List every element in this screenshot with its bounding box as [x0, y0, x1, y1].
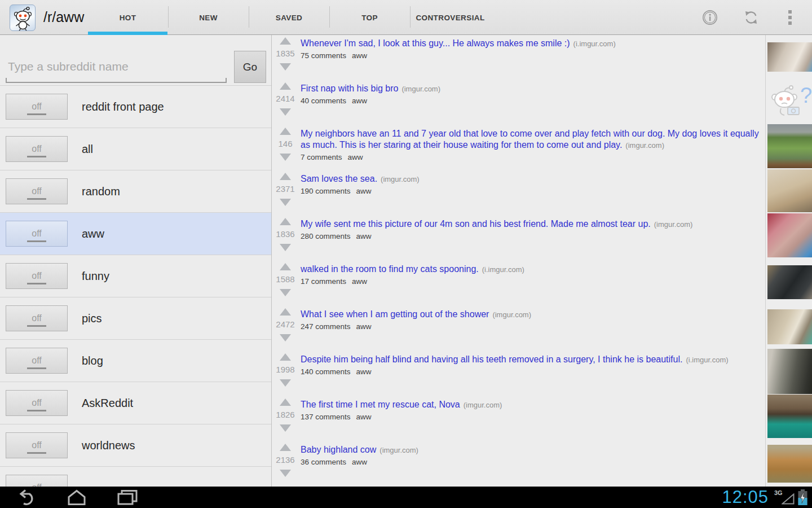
upvote-icon[interactable] [280, 218, 291, 225]
thumbnail-highland-cow-calf[interactable] [767, 445, 812, 483]
overflow-menu-icon[interactable] [788, 10, 792, 27]
downvote-icon[interactable] [280, 154, 291, 161]
tab-new[interactable]: NEW [168, 0, 249, 35]
post-subreddit: aww [352, 51, 367, 60]
sidebar-item-all[interactable]: off all [0, 128, 271, 170]
sidebar-item-aww[interactable]: off aww [0, 213, 271, 255]
post-subreddit: aww [348, 153, 363, 161]
toggle-off-button[interactable]: off [6, 263, 68, 289]
sidebar-item-partial[interactable]: off [0, 467, 271, 487]
toggle-off-button[interactable]: off [6, 178, 68, 204]
sidebar-item-pics[interactable]: off pics [0, 297, 271, 340]
post-title[interactable]: walked in the room to find my cats spoon… [301, 264, 479, 274]
downvote-icon[interactable] [280, 289, 291, 296]
upvote-icon[interactable] [280, 128, 291, 135]
post-row[interactable]: 1835 Whenever I'm sad, I look at this gu… [272, 35, 765, 80]
post-title[interactable]: The first time I met my rescue cat, Nova [301, 400, 460, 409]
post-score: 1588 [272, 274, 298, 284]
sidebar-item-askreddit[interactable]: off AskReddit [0, 382, 271, 424]
toggle-off-button[interactable]: off [6, 475, 68, 487]
post-title[interactable]: Despite him being half blind and having … [301, 354, 682, 364]
downvote-icon[interactable] [280, 424, 291, 432]
post-row[interactable]: 2414 First nap with his big bro(imgur.co… [272, 80, 765, 125]
signal-icon: 3G [774, 489, 795, 505]
thumbnail-girl-holding-cat[interactable] [767, 395, 812, 438]
reddit-logo[interactable] [10, 5, 36, 31]
toggle-off-button[interactable]: off [6, 390, 68, 416]
post-row[interactable]: 1588 walked in the room to find my cats … [272, 261, 765, 306]
upvote-icon[interactable] [280, 444, 291, 451]
thumbnail-puppy-sleeping[interactable] [767, 42, 812, 72]
post-domain: (imgur.com) [401, 85, 440, 93]
upvote-icon[interactable] [280, 173, 291, 180]
recents-icon[interactable] [116, 489, 139, 506]
thumbnail-dog-in-backyard[interactable] [767, 124, 812, 168]
go-button[interactable]: Go [234, 51, 266, 83]
upvote-icon[interactable] [280, 353, 291, 361]
vote-column: 1588 [272, 263, 298, 296]
sidebar-item-label: AskReddit [82, 397, 133, 410]
post-row[interactable]: 1998 Despite him being half blind and ha… [272, 351, 765, 396]
post-domain: (imgur.com) [464, 401, 502, 409]
back-icon[interactable] [16, 489, 38, 506]
thumbnail-dog-on-beach[interactable] [767, 169, 812, 212]
post-title[interactable]: Sam loves the sea. [301, 174, 377, 183]
post-title[interactable]: First nap with his big bro [301, 84, 398, 93]
sidebar-item-funny[interactable]: off funny [0, 255, 271, 297]
thumbnail-gray-cat-at-window[interactable] [767, 349, 812, 394]
post-row[interactable]: 2472 What I see when I am getting out of… [272, 306, 765, 351]
toggle-off-button[interactable]: off [6, 432, 68, 458]
reddit-app-screen: /r/aww HOT NEW SAVED TOP CONTROVERSIAL [0, 0, 812, 508]
post-meta: 40 commentsaww [301, 97, 762, 105]
downvote-icon[interactable] [280, 379, 291, 387]
post-meta: 247 commentsaww [301, 322, 762, 331]
info-icon[interactable] [702, 10, 718, 25]
tab-top[interactable]: TOP [329, 0, 410, 35]
thumbnail-cats-in-basket[interactable] [767, 309, 812, 344]
toggle-off-button[interactable]: off [6, 136, 68, 162]
downvote-icon[interactable] [280, 108, 291, 116]
downvote-icon[interactable] [280, 334, 291, 341]
default-thumbnail-icon[interactable]: ? [767, 84, 812, 119]
post-title[interactable]: What I see when I am getting out of the … [301, 309, 489, 319]
tab-hot[interactable]: HOT [87, 0, 168, 35]
toggle-off-button[interactable]: off [6, 348, 68, 374]
post-title[interactable]: My wife sent me this picture of our 4m s… [301, 219, 651, 229]
post-title[interactable]: Baby highland cow [301, 445, 376, 454]
post-title[interactable]: My neighbors have an 11 and 7 year old t… [301, 129, 759, 150]
upvote-icon[interactable] [280, 263, 291, 270]
post-meta: 190 commentsaww [301, 187, 762, 195]
downvote-icon[interactable] [280, 244, 291, 251]
post-row[interactable]: 2371 Sam loves the sea.(imgur.com) 190 c… [272, 170, 765, 216]
downvote-icon[interactable] [280, 63, 291, 71]
upvote-icon[interactable] [280, 308, 291, 316]
downvote-icon[interactable] [280, 470, 291, 477]
subreddit-search-input[interactable] [6, 51, 227, 82]
post-row[interactable]: 2136 Baby highland cow(imgur.com) 36 com… [272, 441, 765, 487]
thumbnail-black-cats-on-couch[interactable] [767, 265, 812, 299]
tab-controversial[interactable]: CONTROVERSIAL [410, 0, 491, 35]
upvote-icon[interactable] [280, 398, 291, 406]
post-title[interactable]: Whenever I'm sad, I look at this guy... … [301, 38, 570, 48]
comment-count: 247 comments [301, 322, 351, 331]
post-row[interactable]: 146 My neighbors have an 11 and 7 year o… [272, 125, 765, 170]
toggle-off-button[interactable]: off [6, 94, 68, 120]
upvote-icon[interactable] [280, 82, 291, 90]
sidebar-item-frontpage[interactable]: off reddit front page [0, 86, 271, 128]
sidebar-item-label: reddit front page [82, 100, 164, 113]
thumbnail-baby-with-cat[interactable] [767, 213, 812, 257]
tab-saved[interactable]: SAVED [249, 0, 329, 35]
refresh-icon[interactable] [743, 10, 759, 25]
sidebar-item-worldnews[interactable]: off worldnews [0, 424, 271, 467]
sidebar-item-random[interactable]: off random [0, 170, 271, 213]
toggle-off-button[interactable]: off [6, 221, 68, 247]
post-score: 2472 [272, 319, 298, 329]
post-row[interactable]: 1826 The first time I met my rescue cat,… [272, 396, 765, 441]
post-row[interactable]: 1836 My wife sent me this picture of our… [272, 216, 765, 261]
downvote-icon[interactable] [280, 199, 291, 206]
toggle-off-button[interactable]: off [6, 305, 68, 331]
home-icon[interactable] [65, 489, 88, 506]
sidebar-item-blog[interactable]: off blog [0, 340, 271, 382]
upvote-icon[interactable] [280, 37, 291, 45]
status-cluster[interactable]: 12:05 3G [722, 487, 807, 508]
